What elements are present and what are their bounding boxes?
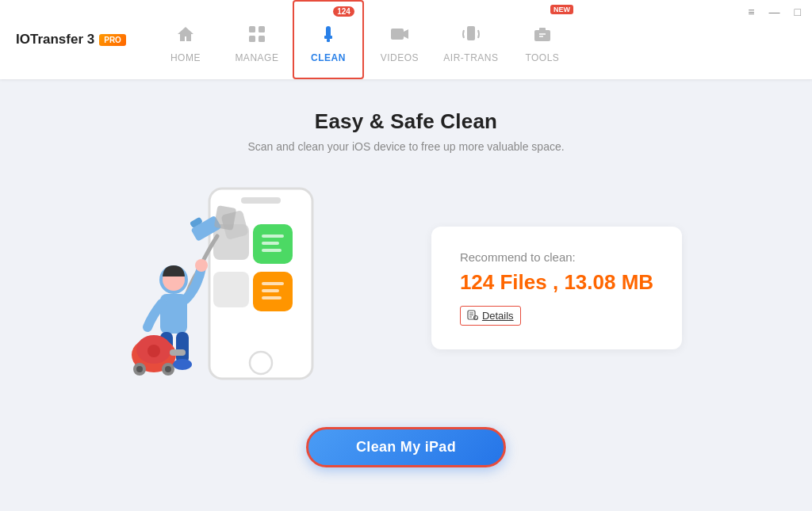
svg-rect-6 (327, 39, 330, 42)
nav-item-clean[interactable]: 124 CLEAN (293, 0, 364, 79)
home-icon (175, 24, 196, 49)
svg-rect-5 (324, 36, 332, 39)
airtrans-icon (461, 24, 481, 49)
details-icon (467, 309, 478, 322)
nav-label-tools: TOOLS (525, 52, 559, 63)
logo-area: IOTransfer 3 PRO (16, 32, 126, 48)
svg-rect-3 (259, 36, 265, 42)
minimize-icon[interactable]: — (769, 6, 780, 17)
header: IOTransfer 3 PRO HOME MANAGE (0, 0, 812, 79)
nav-label-videos: VIDEOS (381, 52, 419, 63)
svg-rect-1 (259, 26, 265, 32)
clean-button-wrapper: Clean My iPad (306, 427, 506, 467)
pro-badge: PRO (99, 34, 126, 46)
nav-item-tools[interactable]: NEW TOOLS (507, 0, 578, 79)
nav-item-home[interactable]: HOME (150, 0, 221, 79)
svg-point-41 (136, 366, 143, 372)
nav-item-videos[interactable]: VIDEOS (364, 0, 435, 79)
videos-icon (389, 24, 410, 49)
svg-rect-23 (262, 296, 282, 299)
svg-rect-15 (241, 197, 281, 204)
manage-icon (247, 24, 267, 49)
svg-marker-8 (404, 29, 408, 39)
tools-badge-new: NEW (550, 5, 573, 14)
titlebar: ≡ — □ (717, 0, 812, 24)
svg-rect-4 (326, 26, 331, 37)
menu-icon[interactable]: ≡ (748, 6, 754, 17)
svg-rect-21 (262, 282, 284, 285)
svg-line-52 (477, 318, 477, 319)
info-card: Recommend to clean: 124 Files , 13.08 MB… (431, 227, 682, 349)
svg-rect-17 (262, 235, 284, 238)
svg-rect-7 (391, 29, 404, 40)
nav-item-airtrans[interactable]: AIR-TRANS (435, 0, 507, 79)
svg-rect-2 (249, 36, 255, 42)
svg-rect-46 (214, 205, 236, 231)
recommend-value: 124 Files , 13.08 MB (460, 270, 653, 295)
nav-label-airtrans: AIR-TRANS (443, 52, 498, 63)
svg-rect-9 (467, 26, 475, 40)
svg-point-32 (195, 259, 208, 272)
clean-badge: 124 (333, 6, 354, 17)
svg-rect-10 (534, 30, 550, 41)
svg-rect-11 (539, 28, 546, 32)
tools-icon (532, 24, 553, 49)
svg-rect-18 (262, 242, 279, 245)
nav-label-home: HOME (170, 52, 201, 63)
svg-point-43 (165, 366, 171, 372)
illustration (130, 177, 384, 399)
content-area: Recommend to clean: 124 Files , 13.08 MB… (0, 177, 812, 399)
nav-item-manage[interactable]: MANAGE (221, 0, 293, 79)
details-label: Details (482, 310, 514, 322)
nav-label-clean: CLEAN (311, 52, 346, 63)
svg-rect-0 (249, 26, 255, 32)
svg-rect-19 (262, 249, 282, 252)
app-name: IOTransfer 3 (16, 32, 94, 48)
svg-point-39 (147, 345, 160, 357)
nav-label-manage: MANAGE (235, 52, 278, 63)
clean-my-ipad-button[interactable]: Clean My iPad (306, 427, 506, 467)
main-content: Easy & Safe Clean Scan and clean your iO… (0, 79, 812, 511)
recommend-label: Recommend to clean: (460, 250, 653, 264)
svg-point-36 (173, 359, 192, 370)
nav: HOME MANAGE 124 (150, 0, 796, 79)
details-link[interactable]: Details (460, 306, 521, 326)
clean-icon (318, 24, 339, 49)
page-title: Easy & Safe Clean (315, 109, 497, 134)
svg-rect-44 (170, 349, 186, 356)
svg-rect-22 (262, 289, 279, 292)
page-subtitle: Scan and clean your iOS device to free u… (247, 140, 564, 153)
svg-rect-25 (213, 272, 249, 307)
maximize-icon[interactable]: □ (795, 6, 801, 17)
